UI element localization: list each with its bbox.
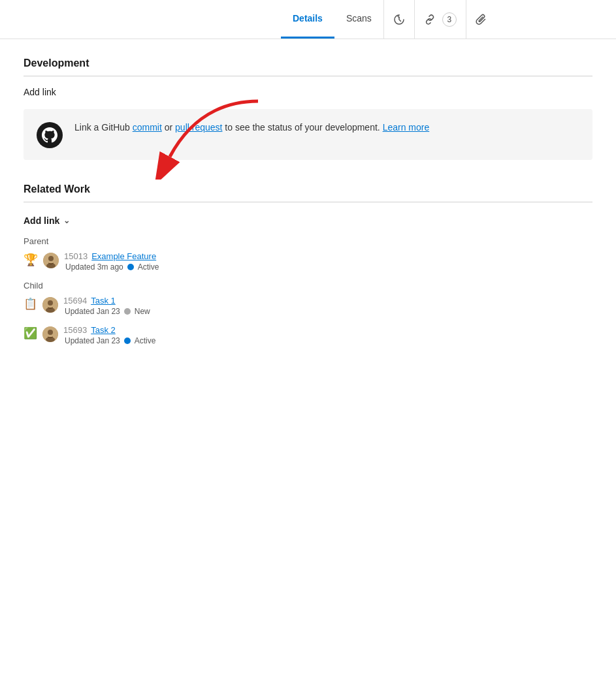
status-dot-active (127, 264, 134, 270)
related-work-divider (24, 202, 592, 202)
status-dot-active (124, 338, 131, 344)
history-icon (393, 14, 405, 25)
work-item-updated: Updated 3m ago (65, 262, 123, 272)
work-item-name[interactable]: Task 2 (91, 325, 116, 335)
main-content: Development Add link Link a GitHub commi… (0, 39, 616, 345)
table-row: 🏆 15013 Example Feature Updated 3m ago (24, 251, 592, 272)
development-heading: Development (24, 57, 592, 69)
links-icon (424, 14, 436, 25)
paperclip-icon (476, 14, 487, 25)
svg-point-1 (37, 122, 63, 148)
status-dot-new (124, 308, 131, 315)
work-item-id: 15013 (64, 251, 88, 261)
development-section: Development Add link Link a GitHub commi… (24, 57, 592, 160)
work-item-title-row: 15013 Example Feature (64, 251, 159, 261)
svg-point-9 (48, 330, 53, 335)
learn-more-link[interactable]: Learn more (383, 122, 430, 133)
tab-details[interactable]: Details (281, 0, 334, 39)
work-item-updated: Updated Jan 23 (65, 307, 120, 316)
attachment-icon-button[interactable] (466, 0, 496, 39)
work-item-status: Active (138, 262, 159, 272)
work-item-id: 15694 (63, 296, 87, 306)
avatar (42, 326, 58, 342)
table-row: 📋 15694 Task 1 Updated Jan 23 New (24, 296, 592, 316)
task-icon: ✅ (24, 326, 37, 340)
task-icon: 📋 (24, 297, 37, 311)
links-icon-button[interactable]: 3 (414, 0, 466, 39)
tab-scans-label: Scans (346, 13, 372, 24)
development-add-link[interactable]: Add link (24, 87, 592, 97)
links-count-badge: 3 (442, 12, 457, 27)
table-row: ✅ 15693 Task 2 Updated Jan 23 Active (24, 325, 592, 345)
svg-point-6 (48, 300, 53, 306)
work-item-details: 15693 Task 2 Updated Jan 23 Active (63, 325, 155, 345)
work-item-meta: Updated Jan 23 New (65, 307, 150, 316)
work-item-status: New (135, 307, 150, 316)
work-item-title-row: 15693 Task 2 (63, 325, 155, 335)
avatar (42, 297, 58, 313)
avatar (43, 253, 59, 268)
work-item-updated: Updated Jan 23 (65, 336, 120, 345)
github-info-text: Link a GitHub commit or pull request to … (74, 121, 429, 134)
pull-request-link[interactable]: pull request (175, 122, 222, 133)
work-item-meta: Updated 3m ago Active (65, 262, 159, 272)
related-work-add-link-dropdown[interactable]: Add link ⌄ (24, 213, 592, 228)
work-item-title-row: 15694 Task 1 (63, 296, 150, 306)
work-item-meta: Updated Jan 23 Active (65, 336, 155, 345)
commit-link[interactable]: commit (133, 122, 162, 133)
github-logo-icon (37, 122, 63, 148)
related-work-add-link-label: Add link (24, 215, 59, 226)
development-add-link-label: Add link (24, 87, 56, 97)
related-work-section: Related Work Add link ⌄ Parent 🏆 (24, 183, 592, 345)
parent-label: Parent (24, 236, 592, 246)
chevron-down-icon: ⌄ (63, 216, 70, 225)
related-work-heading: Related Work (24, 183, 592, 195)
work-item-status: Active (135, 336, 156, 345)
work-item-name[interactable]: Task 1 (91, 296, 116, 306)
history-icon-button[interactable] (383, 0, 414, 39)
child-label: Child (24, 281, 592, 291)
tab-scans[interactable]: Scans (334, 0, 383, 39)
development-divider (24, 76, 592, 76)
work-item-details: 15013 Example Feature Updated 3m ago Act… (64, 251, 159, 272)
tab-details-label: Details (293, 13, 323, 24)
work-item-id: 15693 (63, 325, 87, 335)
work-item-name[interactable]: Example Feature (91, 251, 156, 261)
svg-point-3 (48, 256, 54, 261)
tab-bar: Details Scans 3 (0, 0, 616, 39)
work-item-details: 15694 Task 1 Updated Jan 23 New (63, 296, 150, 316)
trophy-icon: 🏆 (24, 253, 38, 267)
github-info-box: Link a GitHub commit or pull request to … (24, 109, 592, 160)
